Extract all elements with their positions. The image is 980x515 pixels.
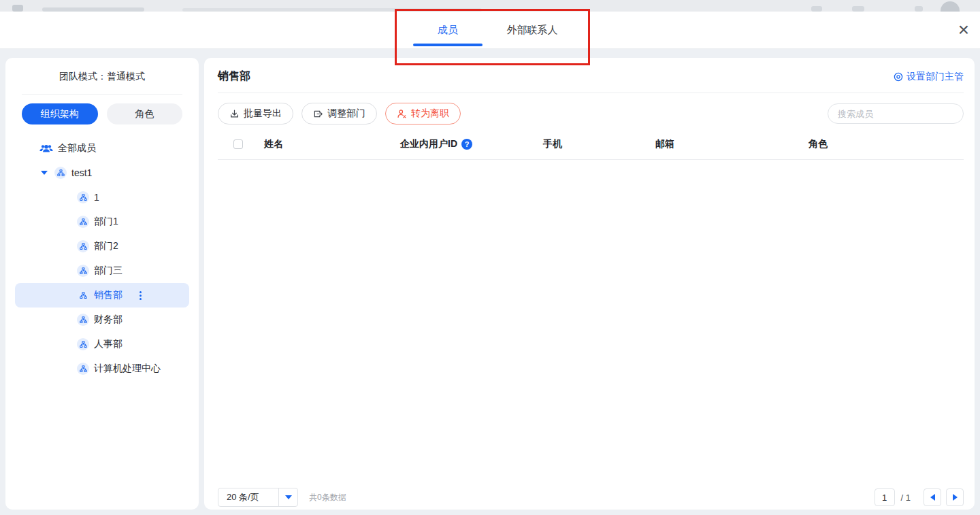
department-icon (77, 289, 89, 301)
chevron-down-icon (279, 488, 297, 506)
pager: / 1 (875, 488, 964, 506)
select-all-checkbox[interactable] (233, 139, 243, 149)
main-header: 销售部 设置部门主管 (204, 58, 975, 93)
page-number-input[interactable] (875, 488, 895, 506)
tree-item-computer-center[interactable]: 计算机处理中心 (15, 356, 189, 381)
background-remnant-icon (811, 6, 822, 12)
chevron-down-icon[interactable] (41, 171, 48, 175)
tab-bar: 成员 外部联系人 (0, 12, 980, 48)
set-department-manager-label: 设置部门主管 (906, 71, 964, 83)
mark-resigned-button[interactable]: 转为离职 (385, 103, 461, 124)
background-remnant-icon (915, 6, 923, 12)
modal-header: 成员 外部联系人 × (0, 12, 980, 49)
move-out-icon (313, 109, 323, 119)
tab-external-contacts-label: 外部联系人 (507, 24, 558, 37)
department-icon (77, 338, 89, 350)
settings-icon (894, 72, 903, 82)
tree-item-1[interactable]: 1 (15, 185, 189, 210)
tree-item-label: 部门1 (94, 216, 118, 228)
department-icon (77, 314, 89, 326)
tree-item-label: 人事部 (94, 338, 122, 350)
tree-item-dept2[interactable]: 部门2 (15, 234, 189, 259)
avatar (941, 1, 960, 12)
column-header-name: 姓名 (264, 138, 400, 150)
tree-item-all-members[interactable]: 全部成员 (15, 136, 189, 161)
department-icon (77, 191, 89, 203)
department-tree: 全部成员 test1 1 部门1 部门2 (5, 136, 199, 381)
search-input[interactable] (838, 109, 958, 119)
tree-item-dept3[interactable]: 部门三 (15, 259, 189, 283)
tab-external-contacts[interactable]: 外部联系人 (497, 12, 567, 48)
members-group-icon (39, 144, 53, 154)
divider (22, 94, 182, 95)
sidebar: 团队模式：普通模式 组织架构 角色 全部成员 test1 1 (5, 58, 199, 510)
arrow-right-icon (953, 494, 958, 501)
tree-item-label: test1 (71, 167, 92, 178)
background-remnant-icon (12, 5, 23, 12)
tab-members[interactable]: 成员 (413, 12, 483, 48)
help-icon[interactable]: ? (461, 139, 472, 150)
adjust-department-button[interactable]: 调整部门 (301, 103, 377, 124)
pagination-footer: 20 条/页 共0条数据 / 1 (204, 488, 975, 510)
department-icon (54, 167, 67, 179)
tree-item-test1[interactable]: test1 (15, 161, 189, 185)
department-icon (77, 265, 89, 277)
page-size-value: 20 条/页 (218, 488, 278, 506)
team-mode-label: 团队模式：普通模式 (5, 58, 199, 83)
background-page-strip (0, 0, 980, 12)
table-empty-body (204, 160, 975, 488)
tree-item-label: 销售部 (94, 289, 122, 301)
tree-item-label: 财务部 (94, 314, 122, 326)
column-header-phone: 手机 (543, 138, 655, 150)
department-icon (77, 363, 89, 375)
tree-item-label: 部门三 (94, 265, 122, 277)
previous-page-button[interactable] (924, 488, 941, 506)
next-page-button[interactable] (946, 488, 964, 506)
arrow-left-icon (930, 494, 935, 501)
active-tab-underline (413, 44, 483, 46)
close-icon[interactable]: × (958, 20, 969, 39)
tab-members-label: 成员 (438, 24, 458, 37)
tree-item-dept1[interactable]: 部门1 (15, 210, 189, 234)
page-title: 销售部 (218, 69, 250, 84)
tree-item-label: 计算机处理中心 (94, 363, 161, 375)
main-panel: 销售部 设置部门主管 批量导出 调整部门 转为离职 姓名 企业内用户ID ? (204, 58, 975, 510)
tree-item-label: 1 (94, 192, 99, 203)
toolbar: 批量导出 调整部门 转为离职 (204, 93, 975, 124)
person-remove-icon (397, 109, 407, 119)
column-header-user-id: 企业内用户ID (400, 138, 457, 150)
role-button[interactable]: 角色 (107, 103, 183, 124)
download-icon (229, 109, 240, 119)
tree-item-sales-dept-selected[interactable]: 销售部 (15, 283, 189, 308)
batch-export-button[interactable]: 批量导出 (218, 103, 293, 124)
department-icon (77, 216, 89, 228)
adjust-department-label: 调整部门 (327, 107, 365, 120)
total-count-label: 共0条数据 (309, 492, 346, 503)
org-structure-button[interactable]: 组织架构 (22, 103, 98, 124)
member-search-box (828, 103, 964, 124)
sidebar-segmented-buttons: 组织架构 角色 (22, 103, 182, 124)
department-icon (77, 240, 89, 252)
set-department-manager-link[interactable]: 设置部门主管 (894, 71, 964, 83)
tree-item-label: 全部成员 (58, 142, 96, 154)
column-header-email: 邮箱 (655, 138, 808, 150)
kebab-menu-icon[interactable] (137, 289, 144, 302)
mark-resigned-label: 转为离职 (411, 107, 449, 120)
table-header-row: 姓名 企业内用户ID ? 手机 邮箱 角色 (218, 138, 964, 160)
batch-export-label: 批量导出 (244, 107, 282, 120)
total-pages-label: / 1 (901, 493, 911, 503)
page-size-select[interactable]: 20 条/页 (218, 488, 298, 507)
tree-item-finance-dept[interactable]: 财务部 (15, 308, 189, 332)
column-header-role: 角色 (808, 138, 964, 150)
background-remnant-icon (852, 6, 864, 12)
tree-item-hr-dept[interactable]: 人事部 (15, 332, 189, 356)
tree-item-label: 部门2 (94, 240, 118, 252)
